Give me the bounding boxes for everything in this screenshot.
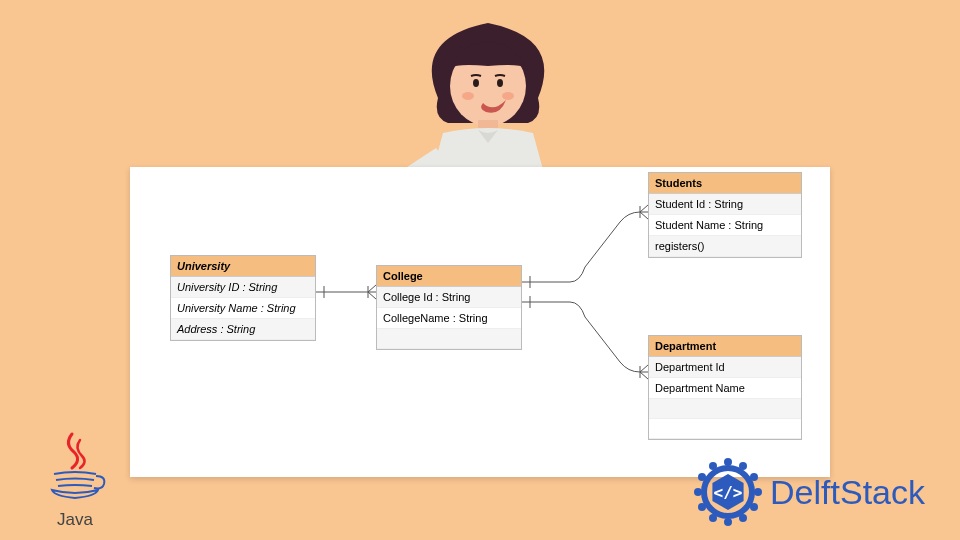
- entity-title: Department: [649, 336, 801, 357]
- delftstack-logo-text: DelftStack: [770, 473, 925, 512]
- entity-title: Students: [649, 173, 801, 194]
- entity-attribute: Student Name : String: [649, 215, 801, 236]
- svg-point-25: [724, 518, 732, 526]
- entity-department: Department Department Id Department Name: [648, 335, 802, 440]
- entity-title: University: [171, 256, 315, 277]
- svg-point-4: [502, 92, 514, 100]
- svg-point-3: [462, 92, 474, 100]
- java-logo: Java: [40, 430, 110, 530]
- diagram-whiteboard: University University ID : String Univer…: [130, 167, 830, 477]
- entity-blank-row: [649, 419, 801, 439]
- svg-line-17: [640, 372, 648, 379]
- svg-line-9: [368, 292, 376, 299]
- entity-method: registers(): [649, 236, 801, 257]
- entity-attribute: Address : String: [171, 319, 315, 340]
- svg-point-28: [694, 488, 702, 496]
- entity-university: University University ID : String Univer…: [170, 255, 316, 341]
- entity-blank-row: [649, 399, 801, 419]
- entity-attribute: Department Id: [649, 357, 801, 378]
- svg-point-22: [754, 488, 762, 496]
- svg-line-13: [640, 212, 648, 219]
- svg-line-12: [640, 205, 648, 212]
- delftstack-logo: </> DelftStack: [692, 456, 925, 528]
- entity-attribute: Department Name: [649, 378, 801, 399]
- svg-point-1: [473, 79, 479, 87]
- entity-college: College College Id : String CollegeName …: [376, 265, 522, 350]
- entity-blank-row: [377, 329, 521, 349]
- svg-point-2: [497, 79, 503, 87]
- svg-text:</>: </>: [714, 483, 743, 502]
- svg-line-8: [368, 285, 376, 292]
- entity-attribute: University Name : String: [171, 298, 315, 319]
- entity-title: College: [377, 266, 521, 287]
- entity-attribute: College Id : String: [377, 287, 521, 308]
- entity-students: Students Student Id : String Student Nam…: [648, 172, 802, 258]
- entity-attribute: Student Id : String: [649, 194, 801, 215]
- java-logo-text: Java: [40, 510, 110, 530]
- entity-attribute: University ID : String: [171, 277, 315, 298]
- delftstack-badge-icon: </>: [692, 456, 764, 528]
- entity-attribute: CollegeName : String: [377, 308, 521, 329]
- svg-line-16: [640, 365, 648, 372]
- svg-point-19: [724, 458, 732, 466]
